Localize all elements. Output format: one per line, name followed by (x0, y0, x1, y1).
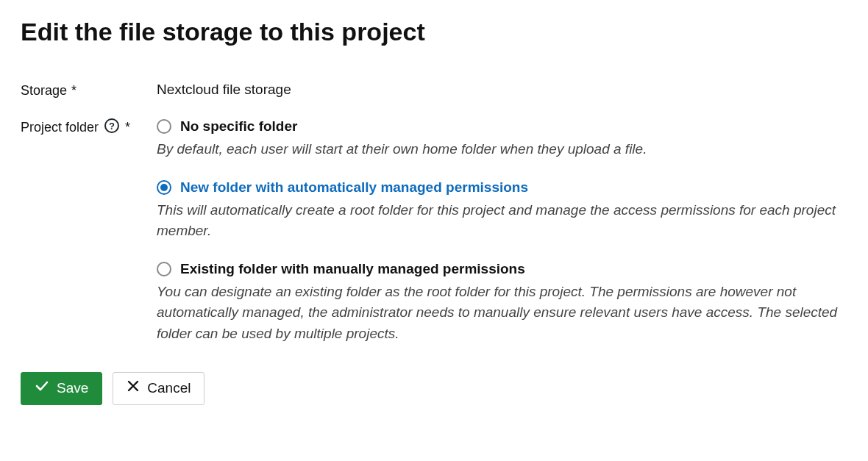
required-asterisk: * (125, 118, 130, 136)
radio-input-new-folder[interactable] (157, 180, 171, 195)
help-icon[interactable]: ? (104, 118, 119, 133)
radio-option-no-specific: No specific folder By default, each user… (157, 118, 847, 160)
project-folder-label-col: Project folder ? * (21, 118, 157, 136)
save-button-label: Save (57, 379, 88, 398)
actions-row: Save Cancel (21, 372, 847, 405)
storage-row: Storage * Nextcloud file storage (21, 82, 847, 99)
storage-value: Nextcloud file storage (157, 82, 847, 98)
storage-label-col: Storage * (21, 82, 157, 99)
radio-label[interactable]: Existing folder with manually managed pe… (180, 261, 525, 277)
required-asterisk: * (71, 82, 77, 99)
save-button[interactable]: Save (21, 372, 102, 405)
page-title: Edit the file storage to this project (21, 18, 847, 46)
cancel-button-label: Cancel (147, 379, 191, 398)
radio-label[interactable]: New folder with automatically managed pe… (180, 179, 528, 196)
radio-input-no-specific[interactable] (157, 119, 171, 134)
project-folder-label: Project folder (21, 118, 99, 136)
radio-label[interactable]: No specific folder (180, 118, 297, 135)
cancel-button[interactable]: Cancel (113, 372, 204, 405)
radio-description: This will automatically create a root fo… (157, 200, 847, 242)
radio-input-existing-folder[interactable] (157, 262, 171, 276)
radio-description: You can designate an existing folder as … (157, 282, 847, 345)
radio-option-existing-folder: Existing folder with manually managed pe… (157, 261, 847, 345)
project-folder-row: Project folder ? * No specific folder By… (21, 118, 847, 344)
project-folder-options: No specific folder By default, each user… (157, 118, 847, 344)
close-icon (127, 379, 140, 398)
check-icon (35, 379, 49, 399)
storage-label: Storage (21, 82, 67, 99)
radio-option-new-folder: New folder with automatically managed pe… (157, 179, 847, 242)
radio-description: By default, each user will start at thei… (157, 139, 847, 160)
